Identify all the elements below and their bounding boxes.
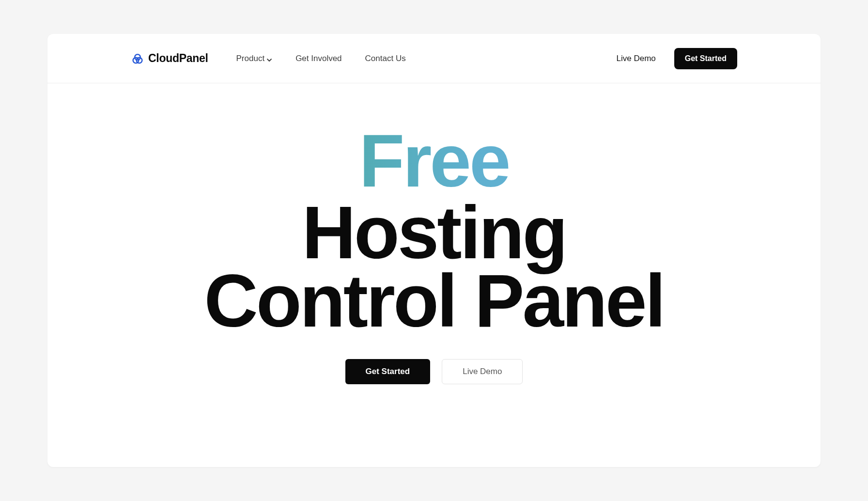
hero-get-started-button[interactable]: Get Started	[345, 359, 431, 384]
nav-item-label: Get Involved	[295, 54, 341, 63]
hero-line-control-panel: Control Panel	[204, 259, 664, 343]
live-demo-link[interactable]: Live Demo	[616, 54, 655, 63]
nav-item-get-involved[interactable]: Get Involved	[295, 54, 341, 63]
header: CloudPanel Product Get Involved Contact …	[47, 34, 821, 83]
hero-word-free: Free	[47, 127, 821, 196]
chevron-down-icon	[266, 56, 272, 62]
nav-item-label: Contact Us	[365, 54, 406, 63]
logo[interactable]: CloudPanel	[131, 52, 208, 65]
logo-text: CloudPanel	[148, 52, 208, 65]
get-started-button[interactable]: Get Started	[674, 48, 737, 69]
nav-item-label: Product	[236, 54, 265, 63]
logo-text-cloud: Cloud	[148, 52, 179, 64]
hero-title: Free Hosting Control Panel	[47, 127, 821, 336]
cloud-logo-icon	[131, 52, 144, 65]
hero-live-demo-button[interactable]: Live Demo	[442, 359, 523, 384]
nav-item-product[interactable]: Product	[236, 54, 273, 63]
page-card: CloudPanel Product Get Involved Contact …	[47, 34, 821, 467]
nav-links: Product Get Involved Contact Us	[236, 54, 406, 63]
header-right: Live Demo Get Started	[616, 48, 737, 69]
hero-cta: Get Started Live Demo	[47, 359, 821, 384]
nav-item-contact-us[interactable]: Contact Us	[365, 54, 406, 63]
logo-text-panel: Panel	[179, 52, 208, 64]
hero: Free Hosting Control Panel Get Started L…	[47, 83, 821, 384]
